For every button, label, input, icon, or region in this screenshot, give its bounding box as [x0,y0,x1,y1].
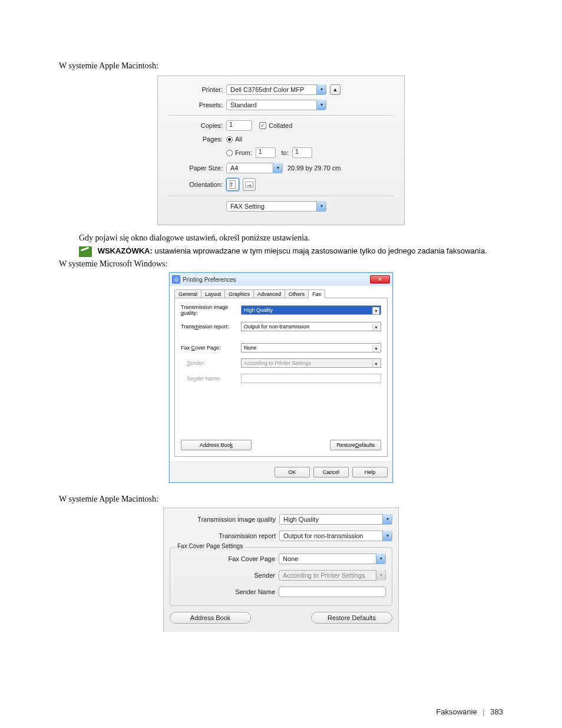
chevron-down-icon: ▾ [316,100,326,110]
orientation-landscape-button[interactable] [243,178,256,191]
orientation-label: Orientation: [168,181,223,188]
collated-checkbox[interactable]: ✓ [259,122,266,129]
chevron-down-icon: ▾ [376,554,385,564]
tab-layout[interactable]: Layout [201,289,225,298]
pages-to-input[interactable]: 1 [292,147,312,158]
pages-all-radio[interactable] [226,136,233,143]
fax-cover-page-label: Fax Cover Page [176,555,275,562]
transmission-report-select[interactable]: Output for non-transmission ▾ [279,531,392,541]
pages-label: Pages: [168,136,223,143]
restore-defaults-button[interactable]: Restore Defaults [311,612,392,624]
pages-from-radio[interactable] [226,150,233,156]
separator [168,196,394,196]
pages-to-label: to: [282,149,289,156]
group-label: Fax Cover Page Settings [175,543,245,549]
fax-cover-page-label: Fax Cover Page: [181,345,241,351]
chevron-down-icon: ▾ [376,570,385,581]
sender-name-label: Sender Name [176,588,275,595]
ok-button[interactable]: OK [275,467,310,477]
footer-separator: | [482,707,484,716]
chevron-down-icon: ▾ [382,531,392,541]
svg-rect-0 [230,180,236,189]
fax-cover-page-value: None [283,555,298,562]
chevron-down-icon: ▾ [316,84,326,95]
copies-input[interactable]: 1 [226,120,252,131]
sender-value: According to Printer Settings [283,572,365,579]
tip-note: WSKAZÓWKA: ustawienia wprowadzane w tym … [79,246,503,257]
tab-advanced[interactable]: Advanced [253,289,285,298]
orientation-portrait-button[interactable] [226,178,239,191]
copies-label: Copies: [168,122,223,129]
sender-value: According to Printer Settings [244,360,311,366]
tab-others[interactable]: Others [285,289,309,298]
footer-section: Faksowanie [436,707,477,716]
address-book-button[interactable]: Address Book [181,440,252,450]
papersize-label: Paper Size: [168,164,223,172]
expand-button[interactable]: ▲ [330,84,340,95]
tab-panel: Transmission image quality: High Quality… [174,298,388,457]
address-book-button[interactable]: Address Book [170,612,251,624]
section-value: FAX Setting [230,203,316,210]
presets-select[interactable]: Standard ▾ [226,100,326,110]
tab-fax[interactable]: Fax [308,289,325,298]
chevron-down-icon: ▼ [372,345,379,352]
papersize-value: A4 [230,164,273,172]
fax-cover-page-select[interactable]: None ▼ [241,343,381,353]
transmission-image-quality-value: High Quality [283,516,319,523]
restore-defaults-button[interactable]: Restore Defaults [330,440,381,450]
text-after-mac: Gdy pojawi się okno dialogowe ustawień, … [79,233,503,243]
windows-printing-preferences-dialog: ⎙ Printing Preferences ✕ General Layout … [169,272,393,483]
transmission-image-quality-select[interactable]: High Quality ▼ [241,305,381,315]
tab-general[interactable]: General [174,289,201,298]
presets-label: Presets: [168,101,223,108]
mac-fax-settings-panel: Transmission image quality High Quality … [163,508,399,632]
tip-label: WSKAZÓWKA: [98,246,153,255]
fax-cover-page-select[interactable]: None ▾ [279,554,386,564]
chevron-down-icon: ▼ [372,307,379,314]
text-mac-heading-2: W systemie Apple Macintosh: [59,495,503,504]
section-select[interactable]: FAX Setting ▾ [226,201,326,212]
transmission-report-value: Output for non-transmission [283,532,363,539]
sender-label: Sender: [181,360,241,366]
papersize-dimensions: 20.99 by 29.70 cm [287,164,341,172]
tab-bar: General Layout Graphics Advanced Others … [174,289,388,298]
text-mac-heading-1: W systemie Apple Macintosh: [59,61,503,71]
chevron-down-icon: ▼ [372,360,379,367]
printer-label: Printer: [168,86,223,93]
window-titlebar: ⎙ Printing Preferences ✕ [170,273,392,286]
sender-name-label: Sender Name: [181,375,241,381]
chevron-down-icon: ▾ [273,163,282,173]
papersize-select[interactable]: A4 ▾ [226,163,283,173]
transmission-image-quality-value: High Quality [244,307,273,313]
window-title: Printing Preferences [183,276,236,283]
help-button[interactable]: Help [352,467,388,477]
fax-cover-page-settings-group: Fax Cover Page Settings Fax Cover Page N… [170,547,392,606]
printer-icon: ⎙ [172,275,180,284]
sender-label: Sender [176,572,275,579]
transmission-image-quality-select[interactable]: High Quality ▾ [279,514,392,525]
collated-label: Collated [269,122,292,129]
svg-rect-1 [245,182,253,187]
mac-print-dialog: Printer: Dell C3765dnf Color MFP ▾ ▲ Pre… [157,75,405,225]
pages-from-label: From: [235,149,252,156]
chevron-down-icon: ▾ [316,201,326,212]
pages-from-input[interactable]: 1 [256,147,276,158]
printer-select[interactable]: Dell C3765dnf Color MFP ▾ [226,84,326,95]
cancel-button[interactable]: Cancel [313,467,349,477]
pencil-icon [79,246,92,257]
tip-text: ustawienia wprowadzane w tym miejscu maj… [154,246,487,255]
dialog-button-row: OK Cancel Help [170,462,392,482]
transmission-image-quality-label: Transmission image quality [170,516,276,523]
chevron-down-icon: ▼ [372,324,379,331]
sender-select: According to Printer Settings ▼ [241,358,381,368]
sender-name-input[interactable] [279,587,386,597]
close-button[interactable]: ✕ [370,275,390,284]
page-footer: Faksowanie | 383 [436,707,503,716]
footer-page-number: 383 [490,707,503,716]
sender-select: According to Printer Settings ▾ [279,570,386,581]
pages-all-label: All [235,136,242,143]
sender-name-input[interactable] [241,374,381,383]
transmission-report-select[interactable]: Output for non-transmission ▼ [241,322,381,331]
presets-value: Standard [230,101,316,108]
tab-graphics[interactable]: Graphics [224,289,254,298]
